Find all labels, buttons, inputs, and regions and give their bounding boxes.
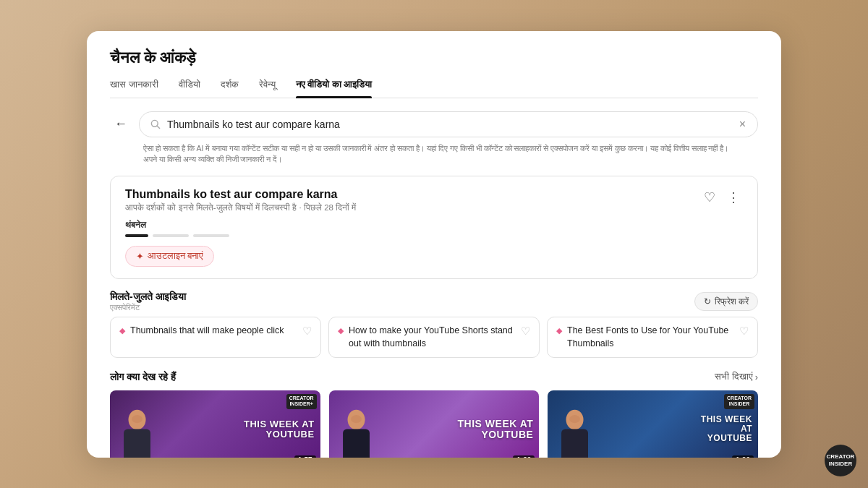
watching-header: लोग क्या देख रहे हैं सभी दिखाएं ›	[110, 371, 758, 383]
thumbnail-placeholder	[125, 234, 743, 237]
svg-rect-9	[561, 429, 588, 458]
idea-more-button[interactable]: ⋮	[724, 188, 743, 207]
watching-title: लोग क्या देख रहे हैं	[110, 371, 176, 383]
diamond-icon-1: ◆	[338, 326, 344, 335]
idea-like-button[interactable]: ♡	[701, 188, 718, 207]
idea-like-2[interactable]: ♡	[739, 325, 749, 338]
page-title: चैनल के आंकड़े	[110, 48, 758, 67]
video-inner-1: THIS WEEK ATYOUTUBE 1:22	[329, 390, 540, 458]
idea-item-1[interactable]: ◆ How to make your YouTube Shorts stand …	[328, 317, 540, 358]
video-inner-2: THIS WEEKATYOUTUBE CREATORINSIDER 1:20	[548, 390, 758, 458]
creator-avatar[interactable]: CREATOR INSIDER	[825, 445, 856, 476]
idea-text-2: The Best Fonts to Use for Your YouTube T…	[567, 325, 734, 350]
svg-point-10	[569, 415, 580, 423]
related-ideas-title: मिलते-जुलते आइडिया	[110, 291, 186, 303]
video-duration-2: 1:20	[732, 455, 754, 458]
tab-audience[interactable]: दर्शक	[221, 79, 239, 98]
search-icon	[150, 119, 161, 130]
thumb-bar-dark	[125, 234, 148, 237]
see-all-button[interactable]: सभी दिखाएं ›	[715, 372, 758, 382]
video-thumb-2[interactable]: THIS WEEKATYOUTUBE CREATORINSIDER 1:20	[548, 390, 758, 458]
svg-point-4	[132, 415, 142, 423]
idea-like-1[interactable]: ♡	[521, 325, 530, 338]
refresh-button[interactable]: ↻ रिफ्रेश करें	[694, 292, 758, 311]
disclaimer-text: ऐसा हो सकता है कि AI में बनाया गया कॉन्ट…	[143, 143, 731, 166]
tab-new-ideas[interactable]: नए वीडियो का आइडिया	[296, 79, 373, 98]
video-text-2: THIS WEEKATYOUTUBE	[701, 415, 752, 444]
tab-revenue[interactable]: रेवेन्यू	[259, 79, 276, 98]
search-clear-button[interactable]: ×	[738, 118, 747, 131]
svg-rect-6	[343, 429, 370, 458]
wand-icon: ✦	[136, 251, 144, 262]
outline-button[interactable]: ✦ आउटलाइन बनाएं	[125, 246, 214, 267]
idea-card: Thumbnails ko test aur compare karna आपक…	[110, 176, 758, 279]
person-svg-1	[335, 407, 378, 458]
svg-rect-3	[124, 429, 150, 458]
svg-point-7	[351, 415, 362, 423]
related-ideas-subtitle: एक्सपेरिमेंट	[110, 303, 186, 312]
refresh-label: रिफ्रेश करें	[715, 296, 749, 307]
idea-card-subtitle: आपके दर्शकों को इनसे मिलते-जुलते विषयों …	[125, 203, 356, 213]
creator-badge-2: CREATORINSIDER	[724, 394, 754, 409]
idea-item-0[interactable]: ◆ Thumbnails that will make people click…	[110, 317, 321, 358]
video-duration-1: 1:22	[513, 455, 535, 458]
svg-line-1	[157, 126, 160, 129]
chevron-right-icon: ›	[755, 372, 758, 382]
videos-grid: THIS WEEK ATYOUTUBE CREATORINSIDER+ 1:57	[110, 390, 758, 458]
search-bar[interactable]: Thumbnails ko test aur compare karna ×	[139, 111, 758, 137]
search-value: Thumbnails ko test aur compare karna	[167, 119, 738, 130]
person-svg-2	[553, 407, 597, 458]
idea-item-2[interactable]: ◆ The Best Fonts to Use for Your YouTube…	[547, 317, 758, 358]
tab-bar: खास जानकारी वीडियो दर्शक रेवेन्यू नए वीड…	[110, 79, 758, 98]
thumb-bar-light	[153, 234, 189, 237]
video-text-1: THIS WEEK ATYOUTUBE	[458, 419, 534, 441]
diamond-icon-2: ◆	[556, 326, 562, 335]
see-all-label: सभी दिखाएं	[715, 372, 752, 382]
related-ideas-section: मिलते-जुलते आइडिया एक्सपेरिमेंट ↻ रिफ्रे…	[110, 291, 758, 358]
video-thumb-0[interactable]: THIS WEEK ATYOUTUBE CREATORINSIDER+ 1:57	[110, 390, 320, 458]
idea-text-0: Thumbnails that will make people click	[130, 325, 297, 338]
refresh-icon: ↻	[704, 296, 711, 307]
thumbnail-label: थंबनेल	[125, 220, 743, 230]
idea-card-title: Thumbnails ko test aur compare karna	[125, 188, 356, 201]
video-text-0: THIS WEEK ATYOUTUBE	[244, 419, 315, 440]
person-svg-0	[116, 407, 159, 458]
back-button[interactable]: ←	[110, 114, 132, 134]
tab-overview[interactable]: खास जानकारी	[110, 79, 158, 98]
video-thumb-1[interactable]: THIS WEEK ATYOUTUBE 1:22	[329, 390, 540, 458]
related-ideas-header: मिलते-जुलते आइडिया एक्सपेरिमेंट ↻ रिफ्रे…	[110, 291, 758, 312]
thumb-bar-light2	[193, 234, 229, 237]
creator-avatar-label: CREATOR INSIDER	[825, 453, 856, 467]
main-card: चैनल के आंकड़े खास जानकारी वीडियो दर्शक …	[87, 31, 781, 458]
video-duration-0: 1:57	[294, 455, 316, 458]
idea-text-1: How to make your YouTube Shorts stand ou…	[349, 325, 516, 350]
ideas-grid: ◆ Thumbnails that will make people click…	[110, 317, 758, 358]
video-inner-0: THIS WEEK ATYOUTUBE CREATORINSIDER+ 1:57	[110, 390, 320, 458]
tab-videos[interactable]: वीडियो	[179, 79, 200, 98]
watching-section: लोग क्या देख रहे हैं सभी दिखाएं › THIS W…	[110, 371, 758, 458]
creator-badge-0: CREATORINSIDER+	[286, 394, 317, 409]
outline-btn-label: आउटलाइन बनाएं	[148, 251, 203, 262]
idea-like-0[interactable]: ♡	[302, 325, 312, 338]
search-row: ← Thumbnails ko test aur compare karna ×	[110, 111, 758, 137]
diamond-icon-0: ◆	[119, 326, 125, 335]
